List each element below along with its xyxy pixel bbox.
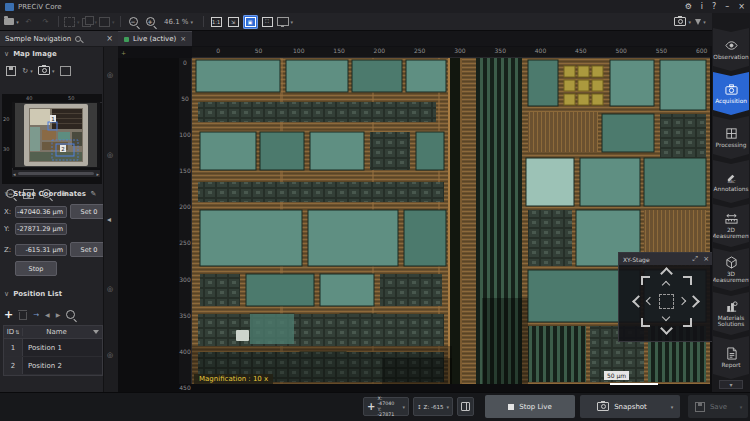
map-stage-settings-button[interactable] <box>59 64 72 77</box>
map-horizontal-scrollbar[interactable]: ◂ ▸ <box>12 170 100 177</box>
panel-collapse-button[interactable]: ◂ <box>107 215 111 224</box>
objective-select-button[interactable] <box>693 15 708 29</box>
position-id-cell: 1 <box>4 339 23 356</box>
sidebar-item-label: Observation <box>712 54 749 60</box>
position-row[interactable]: 1 Position 1 <box>4 339 102 357</box>
sidebar-item-3d-measurement[interactable]: 3D Measurement <box>713 248 749 291</box>
stage-move-down-left-button[interactable] <box>641 318 650 327</box>
x-value-field[interactable]: -47040.36 µm <box>15 206 67 218</box>
stage-z-readout[interactable]: ↕ Z: -615 <box>413 397 453 416</box>
filter-button[interactable] <box>90 330 102 334</box>
edge-stage-shortcut-icon[interactable]: ◎ <box>107 151 113 159</box>
next-position-button[interactable]: ▶ <box>56 311 61 318</box>
floppy-icon <box>695 402 705 412</box>
fit-screen-active-button[interactable]: ▣ <box>243 15 258 29</box>
save-options-button[interactable]: ▾ <box>734 395 748 418</box>
position-list-section-header[interactable]: ∨ Position List <box>4 290 62 298</box>
name-column-header[interactable]: Name <box>23 328 90 336</box>
snapshot-options-button[interactable]: ▾ <box>664 395 680 418</box>
map-edit-button[interactable]: ✎ <box>87 187 100 200</box>
minimize-button[interactable]: – <box>725 2 729 11</box>
panel-close-button[interactable]: × <box>106 34 113 43</box>
redo-button[interactable]: ↷ <box>38 15 53 29</box>
zoom-out-button[interactable]: − <box>126 15 141 29</box>
save-button[interactable]: Save <box>688 395 735 418</box>
snapshot-button[interactable]: Snapshot <box>580 395 665 418</box>
fit-to-window-button[interactable]: ⇲ <box>226 15 241 29</box>
help-icon[interactable]: ? <box>712 2 716 11</box>
stage-move-left-fast-button[interactable] <box>632 295 645 308</box>
edge-list-shortcut-icon[interactable]: ◎ <box>107 285 113 293</box>
undo-button[interactable]: ↶ <box>21 15 36 29</box>
window-title: PRECiV Core <box>18 3 62 11</box>
zoom-level-select[interactable]: 46.1 % <box>160 15 198 29</box>
stage-move-up-right-button[interactable] <box>683 276 692 285</box>
display-select-button[interactable] <box>277 15 294 29</box>
xy-stage-restore-button[interactable]: ⤢ <box>693 255 699 263</box>
xy-stage-header[interactable]: XY-Stage ⤢ × <box>619 253 713 265</box>
map-thumbnail-image[interactable]: 1 2 <box>12 102 100 168</box>
sidebar-more-button[interactable]: ▾ <box>719 380 743 389</box>
settings-gear-icon[interactable]: ⚙ <box>685 2 692 11</box>
stage-move-left-button[interactable] <box>646 297 654 305</box>
map-refresh-button[interactable]: ↻ <box>21 64 34 77</box>
xy-stage-close-button[interactable]: × <box>703 255 709 263</box>
y-value-field[interactable]: -27871.29 µm <box>15 223 67 235</box>
stage-move-up-button[interactable] <box>662 281 670 289</box>
live-tab[interactable]: Live (active) × <box>118 31 192 46</box>
info-icon[interactable]: i <box>701 2 703 11</box>
stage-move-down-button[interactable] <box>662 313 670 321</box>
sidebar-item-observation[interactable]: Observation <box>713 28 749 71</box>
stage-move-up-fast-button[interactable] <box>660 267 673 280</box>
stage-move-down-right-button[interactable] <box>683 318 692 327</box>
map-save-button[interactable] <box>4 64 17 77</box>
open-file-button[interactable] <box>4 15 19 29</box>
sidebar-item-processing[interactable]: Processing <box>713 116 749 159</box>
scroll-thumb[interactable] <box>18 172 95 175</box>
stage-center-button[interactable] <box>659 294 674 309</box>
actual-size-button[interactable]: 1:1 <box>209 15 224 29</box>
goto-position-button[interactable]: → <box>33 311 39 319</box>
id-column-header[interactable]: ID⇅ <box>4 328 23 336</box>
close-button[interactable]: × <box>738 2 745 11</box>
sidebar-item-annotations[interactable]: ABC Annotations <box>713 160 749 203</box>
delete-position-button[interactable] <box>19 312 27 320</box>
position-search-button[interactable] <box>66 310 75 319</box>
live-tab-close-button[interactable]: × <box>180 35 186 43</box>
position-row[interactable]: 2 Position 2 <box>4 357 102 375</box>
sidebar-item-acquisition[interactable]: Acquisition <box>713 72 749 115</box>
zoom-in-button[interactable]: + <box>143 15 158 29</box>
stage-move-right-fast-button[interactable] <box>687 295 700 308</box>
stage-xy-readout[interactable]: + X: -47040 Y: -27871 <box>363 397 409 416</box>
edge-tools-shortcut-icon[interactable]: ◎ <box>107 351 113 359</box>
map-image-section-header[interactable]: ∨ Map Image <box>4 50 57 58</box>
copy-tool-button[interactable] <box>82 15 98 29</box>
collapse-chevron-icon: ∨ <box>4 190 9 198</box>
stage-move-right-button[interactable] <box>678 297 686 305</box>
z-value-field[interactable]: -615.31 µm <box>15 244 67 256</box>
sidebar-item-2d-measurement[interactable]: 2D Measurement <box>713 204 749 247</box>
camera-select-button[interactable] <box>674 15 691 29</box>
position-marker-1[interactable]: 1 <box>51 116 55 122</box>
stage-move-down-fast-button[interactable] <box>660 322 673 335</box>
stop-live-button[interactable]: Stop Live <box>485 395 575 418</box>
edge-map-shortcut-icon[interactable]: ◎ <box>107 71 113 79</box>
previous-position-button[interactable]: ◀ <box>45 311 50 318</box>
ruler-tick-label: 250 <box>179 239 191 275</box>
sidebar-item-report[interactable]: Report <box>713 336 749 379</box>
position-marker-2[interactable]: 2 <box>61 146 65 152</box>
viewport-tool-icon[interactable]: + <box>121 49 126 56</box>
selection-tool-button[interactable] <box>64 15 80 29</box>
scroll-right-icon[interactable]: ▸ <box>96 171 99 177</box>
scroll-left-icon[interactable]: ◂ <box>13 171 16 177</box>
dual-view-button[interactable] <box>457 397 474 416</box>
x-label: X: <box>4 208 12 216</box>
stage-move-up-left-button[interactable] <box>641 276 650 285</box>
map-camera-button[interactable] <box>38 64 55 77</box>
stage-coordinates-section-header[interactable]: ∨ Stage Coordinates <box>4 190 86 198</box>
fullscreen-button[interactable]: ⛶ <box>260 15 275 29</box>
layer-tool-button[interactable] <box>99 15 115 29</box>
pin-icon[interactable] <box>75 36 81 42</box>
sidebar-item-materials-solutions[interactable]: Materials Solutions <box>713 292 749 335</box>
stage-stop-button[interactable]: Stop <box>15 261 57 276</box>
